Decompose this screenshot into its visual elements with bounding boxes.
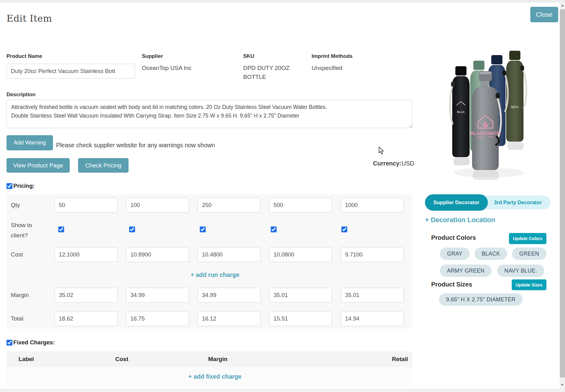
fixed-charges-checkbox[interactable] — [7, 340, 12, 346]
fixed-charges-header-retail: Retail — [392, 356, 408, 363]
tab-supplier-decorator[interactable]: Supplier Decorator — [425, 194, 488, 211]
mouse-cursor-icon — [379, 147, 385, 156]
sku-value: DPD DUTY 20OZ BOTTLE — [243, 64, 302, 81]
total-input-1[interactable] — [126, 311, 189, 326]
size-chip: 9.65" H X 2.75" DIAMETER — [439, 293, 523, 306]
qty-input-2[interactable] — [198, 198, 261, 213]
color-chip-black: BLACK — [475, 248, 507, 260]
cost-row-label: Cost — [7, 247, 55, 262]
total-input-0[interactable] — [55, 311, 117, 326]
add-fixed-charge-link[interactable]: + add fixed charge — [188, 373, 242, 380]
qty-input-4[interactable] — [341, 198, 404, 213]
window-top-strip — [0, 0, 565, 2]
description-label: Description — [7, 92, 36, 98]
cost-input-1[interactable] — [126, 247, 189, 262]
add-run-charge-row: + add run charge — [7, 271, 412, 281]
color-chip-gray: GRAY — [440, 248, 470, 260]
decorator-tabs: Supplier Decorator 3rd Party Decorator — [425, 194, 550, 211]
pricing-checkbox[interactable] — [7, 183, 12, 189]
product-name-label: Product Name — [7, 53, 135, 59]
total-row: Total — [7, 311, 412, 326]
margin-row-label: Margin — [7, 288, 55, 303]
currency-line: Currency:USD — [373, 160, 414, 167]
tab-3rd-party-decorator[interactable]: 3rd Party Decorator — [480, 196, 550, 209]
total-input-2[interactable] — [198, 311, 261, 326]
margin-row: Margin — [7, 288, 412, 303]
show-checkbox-1[interactable] — [129, 226, 135, 232]
margin-input-2[interactable] — [198, 288, 261, 303]
add-run-charge-link[interactable]: + add run charge — [191, 271, 239, 278]
check-pricing-button[interactable]: Check Pricing — [78, 158, 129, 173]
color-chips-row-1: GRAY BLACK GREEN — [440, 248, 546, 260]
show-checkbox-2[interactable] — [200, 226, 206, 232]
show-to-client-label: Show toclient? — [7, 220, 58, 239]
fixed-charges-empty-row: + add fixed charge — [7, 367, 412, 386]
show-to-client-row: Show toclient? — [7, 220, 412, 239]
supplier-group: Supplier OceanTop USA Inc — [142, 53, 192, 73]
fixed-charges-table: Label Cost Margin Retail + add fixed cha… — [7, 351, 412, 386]
fixed-charges-section-header: Fixed Charges: — [7, 339, 55, 346]
margin-input-3[interactable] — [269, 288, 332, 303]
color-chips-row-2: ARMY GREEN NAVY BLUE. — [440, 265, 544, 277]
fixed-charges-header-margin: Margin — [208, 356, 392, 363]
show-checkbox-0[interactable] — [58, 226, 64, 232]
total-input-4[interactable] — [341, 311, 404, 326]
scroll-down-icon[interactable] — [561, 384, 564, 386]
fixed-charges-header-cost: Cost — [115, 356, 208, 363]
view-product-page-button[interactable]: View Product Page — [7, 158, 70, 173]
margin-input-1[interactable] — [126, 288, 189, 303]
show-checkbox-4[interactable] — [341, 226, 347, 232]
warning-text: Please check supplier website for any wa… — [56, 142, 215, 149]
cost-input-2[interactable] — [198, 247, 261, 262]
margin-input-4[interactable] — [341, 288, 404, 303]
color-chip-army-green: ARMY GREEN — [440, 265, 492, 277]
total-input-3[interactable] — [269, 311, 332, 326]
page-title: Edit Item — [7, 13, 52, 24]
product-colors-title: Product Colors — [431, 234, 476, 241]
qty-input-1[interactable] — [126, 198, 189, 213]
description-textarea[interactable] — [7, 100, 412, 128]
close-button[interactable]: Close — [530, 7, 558, 22]
supplier-value: OceanTop USA Inc — [142, 64, 192, 73]
pricing-table: Qty Show toclient? Cost + add run charge… — [7, 194, 412, 329]
svg-text:MITH: MITH — [511, 106, 519, 109]
qty-row-label: Qty — [7, 198, 55, 213]
add-warning-button[interactable]: Add Warning — [7, 135, 53, 150]
fixed-charges-header-label: Label — [19, 356, 115, 363]
cost-input-0[interactable] — [55, 247, 117, 262]
fixed-charges-header-row: Label Cost Margin Retail — [7, 351, 412, 367]
currency-label: Currency: — [373, 160, 401, 167]
color-chip-navy-blue: NAVY BLUE. — [497, 265, 544, 277]
pricing-section-header: Pricing: — [7, 183, 35, 189]
qty-input-0[interactable] — [55, 198, 117, 213]
bottle-logo-text: BLACKSMITH — [470, 131, 501, 136]
imprint-methods-value: Unspecified — [312, 64, 353, 73]
cost-row: Cost — [7, 247, 412, 262]
supplier-label: Supplier — [142, 53, 192, 59]
scroll-up-icon[interactable] — [561, 4, 564, 6]
scrollbar-thumb[interactable] — [560, 9, 565, 377]
scrollbar-horizontal[interactable] — [0, 389, 565, 392]
svg-text:BLAC: BLAC — [457, 110, 465, 114]
currency-value: USD — [401, 160, 414, 167]
qty-input-3[interactable] — [269, 198, 332, 213]
fixed-charges-label: Fixed Charges: — [13, 339, 55, 346]
size-chips-row: 9.65" H X 2.75" DIAMETER — [439, 293, 523, 306]
product-sizes-title: Product Sizes — [431, 281, 472, 288]
pricing-label: Pricing: — [13, 183, 35, 189]
imprint-methods-label: Imprint Methods — [312, 53, 353, 59]
total-row-label: Total — [7, 311, 55, 326]
update-colors-button[interactable]: Update Colors — [509, 233, 546, 244]
update-sizes-button[interactable]: Update Sizes — [512, 279, 546, 290]
show-checkbox-3[interactable] — [271, 226, 277, 232]
cost-input-3[interactable] — [269, 247, 332, 262]
margin-input-0[interactable] — [55, 288, 117, 303]
product-image: MITH SMITH SMITH BLAC — [449, 50, 530, 182]
decoration-location-link[interactable]: + Decoration Location — [425, 216, 495, 224]
sku-label: SKU — [243, 53, 302, 59]
cost-input-4[interactable] — [341, 247, 404, 262]
qty-row: Qty — [7, 198, 412, 213]
product-name-input[interactable] — [7, 64, 135, 79]
scrollbar-vertical[interactable] — [560, 2, 565, 389]
sku-group: SKU DPD DUTY 20OZ BOTTLE — [243, 53, 302, 81]
